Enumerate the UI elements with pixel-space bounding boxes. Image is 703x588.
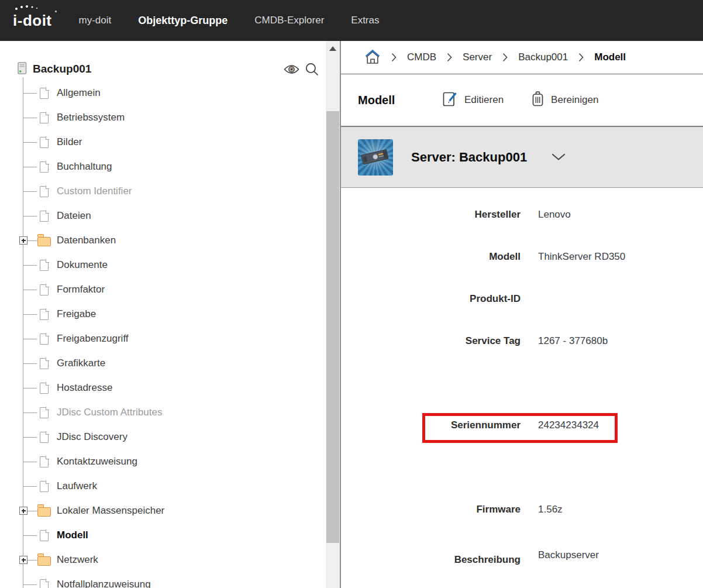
field-value: 1.56z <box>538 504 563 515</box>
tree-item-label: Formfaktor <box>57 284 105 295</box>
tree-item-label: Grafikkarte <box>57 357 105 369</box>
tree-item-label: Dokumente <box>57 259 108 271</box>
tree-item-label: Lokaler Massenspeicher <box>57 505 164 517</box>
nav-item-extras[interactable]: Extras <box>351 15 379 26</box>
expand-plus-icon[interactable] <box>19 556 27 564</box>
server-thumbnail-image[interactable] <box>358 139 393 176</box>
eye-icon[interactable] <box>284 64 299 77</box>
object-sidebar: Backup001 Allgemein Betriebssystem Bilde… <box>0 41 326 588</box>
tree-item-label: JDisc Custom Attributes <box>57 407 162 418</box>
breadcrumb-modell[interactable]: Modell <box>594 51 626 63</box>
folder-icon <box>37 237 51 246</box>
tree-item[interactable]: Hostadresse <box>0 376 326 400</box>
field-value: Lenovo <box>538 209 571 221</box>
expand-plus-icon[interactable] <box>19 236 27 245</box>
chevron-down-icon[interactable] <box>552 153 566 161</box>
field-value: 24234234324 <box>538 419 599 431</box>
field-label: Firmware <box>341 504 521 515</box>
tree-item[interactable]: Freigabe <box>0 302 326 326</box>
document-icon <box>40 333 49 345</box>
i-doit-logo[interactable]: i-doit <box>13 12 52 30</box>
scroll-up-icon[interactable] <box>329 46 336 51</box>
chevron-right-icon <box>391 53 397 62</box>
category-title: Modell <box>358 94 443 107</box>
field-label: Produkt-ID <box>341 293 521 305</box>
search-icon[interactable] <box>305 63 319 78</box>
field-row-seriennummer: Seriennummer 24234234324 <box>341 404 703 446</box>
tree-item[interactable]: Custom Identifier <box>0 179 326 204</box>
trash-icon <box>531 91 545 110</box>
nav-item-my-doit[interactable]: my-doit <box>79 15 112 26</box>
sidebar-scrollbar[interactable] <box>326 41 340 588</box>
edit-button[interactable]: Editieren <box>443 91 504 110</box>
object-header-title: Server: Backup001 <box>411 150 527 165</box>
document-icon <box>40 358 49 369</box>
field-label: Hersteller <box>341 209 521 221</box>
nav-item-cmdb-explorer[interactable]: CMDB-Explorer <box>254 15 324 26</box>
purge-button-label: Bereinigen <box>551 94 598 106</box>
tree-item[interactable]: Lokaler Massenspeicher <box>0 498 326 523</box>
tree-item-label: Buchhaltung <box>57 161 112 173</box>
home-icon[interactable] <box>364 49 381 66</box>
object-header-banner: Server: Backup001 <box>341 127 703 188</box>
document-icon <box>40 432 49 443</box>
folder-icon <box>37 556 51 566</box>
tree-item[interactable]: Formfaktor <box>0 277 326 302</box>
tree-item[interactable]: JDisc Discovery <box>0 425 326 449</box>
tree-item[interactable]: Dateien <box>0 204 326 228</box>
document-icon <box>40 407 49 418</box>
tree-item-label: Hostadresse <box>57 382 112 394</box>
tree-item[interactable]: Grafikkarte <box>0 351 326 376</box>
field-label: Modell <box>341 251 521 263</box>
tree-item[interactable]: Bilder <box>0 130 326 154</box>
tree-item[interactable]: Laufwerk <box>0 474 326 498</box>
tree-item-label: Datenbanken <box>57 235 116 246</box>
purge-button[interactable]: Bereinigen <box>531 91 598 110</box>
chevron-right-icon <box>502 53 508 62</box>
document-icon <box>40 579 49 588</box>
logo-text: i-doit <box>13 12 52 29</box>
chevron-right-icon <box>447 53 452 62</box>
document-icon <box>40 161 49 173</box>
scrollbar-thumb[interactable] <box>326 111 339 543</box>
tree-item-label: Laufwerk <box>57 480 97 492</box>
nav-item-objekttyp-gruppe[interactable]: Objekttyp-Gruppe <box>138 15 228 27</box>
edit-icon <box>443 91 458 110</box>
breadcrumb-cmdb[interactable]: CMDB <box>407 51 436 63</box>
document-icon <box>40 137 49 148</box>
field-row-produkt-id: Produkt-ID <box>341 278 703 320</box>
tree-item-label: JDisc Discovery <box>57 431 127 443</box>
tree-item[interactable]: Netzwerk <box>0 548 326 572</box>
tree-item-label: Dateien <box>57 210 91 222</box>
object-title: Backup001 <box>33 63 91 75</box>
tree-item-label: Freigabe <box>57 308 96 320</box>
document-icon <box>40 260 49 271</box>
tree-item[interactable]: Notfallplanzuweisung <box>0 572 326 588</box>
document-icon <box>40 112 49 123</box>
field-label: Service Tag <box>341 335 521 347</box>
tree-item[interactable]: JDisc Custom Attributes <box>0 400 326 425</box>
tree-item[interactable]: Freigabenzugriff <box>0 326 326 351</box>
tree-item[interactable]: Modell <box>0 523 326 548</box>
breadcrumb-backup001[interactable]: Backup001 <box>518 51 568 63</box>
tree-item-label: Modell <box>57 529 88 541</box>
tree-item[interactable]: Allgemein <box>0 81 326 105</box>
tree-item[interactable]: Dokumente <box>0 253 326 277</box>
field-label: Seriennummer <box>341 419 521 431</box>
document-icon <box>40 456 49 467</box>
tree-item[interactable]: Datenbanken <box>0 228 326 253</box>
tree-item[interactable]: Buchhaltung <box>0 154 326 179</box>
registered-mark-icon <box>55 11 57 12</box>
field-row-firmware: Firmware 1.56z <box>341 489 703 531</box>
object-tree: Allgemein Betriebssystem Bilder Buchhalt… <box>0 81 326 588</box>
tree-item-label: Bilder <box>57 136 82 148</box>
expand-plus-icon[interactable] <box>19 507 27 515</box>
document-icon <box>40 186 49 197</box>
edit-button-label: Editieren <box>464 94 504 106</box>
tree-item[interactable]: Betriebssystem <box>0 105 326 130</box>
tree-item[interactable]: Kontaktzuweisung <box>0 449 326 474</box>
tree-item-label: Betriebssystem <box>57 112 125 123</box>
top-nav: i-doit my-doit Objekttyp-Gruppe CMDB-Exp… <box>0 0 703 41</box>
breadcrumb-server[interactable]: Server <box>463 51 492 63</box>
field-row-hersteller: Hersteller Lenovo <box>341 194 703 236</box>
